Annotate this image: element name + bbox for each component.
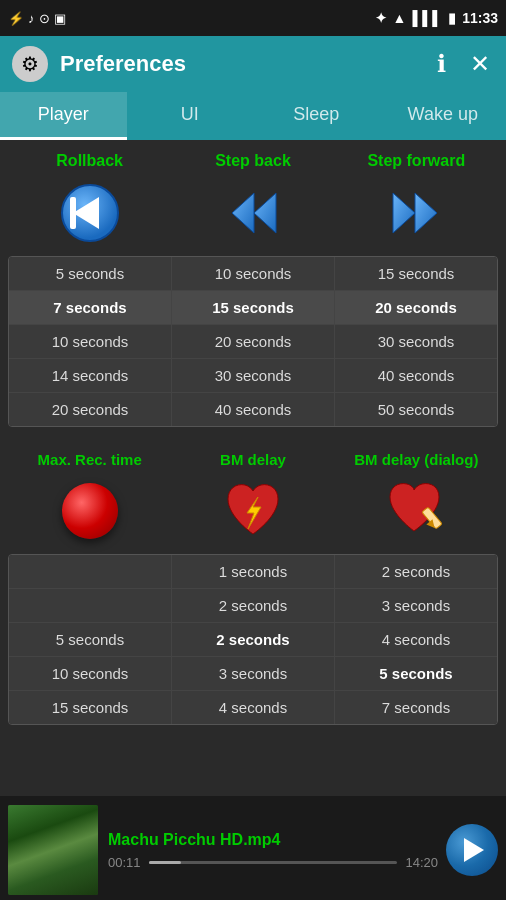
title-bar: ⚙ Preferences ℹ ✕ [0, 36, 506, 92]
bm-time-cell[interactable]: 7 seconds [335, 691, 497, 724]
page-title: Preferences [60, 51, 433, 77]
player-thumbnail [8, 805, 98, 895]
time-cell[interactable]: 40 seconds [335, 359, 497, 392]
time-cell[interactable]: 30 seconds [172, 359, 335, 392]
tab-sleep[interactable]: Sleep [253, 92, 380, 140]
time-cell[interactable]: 20 seconds [9, 393, 172, 426]
bm-icon-row [8, 476, 498, 546]
svg-marker-6 [415, 193, 437, 233]
time-cell-selected[interactable]: 15 seconds [172, 291, 335, 324]
time-cell[interactable]: 14 seconds [9, 359, 172, 392]
clock-icon: ⊙ [39, 11, 50, 26]
time-cell[interactable]: 20 seconds [172, 325, 335, 358]
rollback-label: Rollback [9, 152, 171, 170]
table-row[interactable]: — 2 seconds 3 seconds [9, 589, 497, 623]
bm-time-cell[interactable]: 15 seconds [9, 691, 172, 724]
player-current-time: 00:11 [108, 855, 141, 870]
bm-time-cell[interactable]: — [9, 555, 172, 588]
time-display: 11:33 [462, 10, 498, 26]
bm-time-cell[interactable]: 4 seconds [335, 623, 497, 656]
player-info: Machu Picchu HD.mp4 00:11 14:20 [108, 831, 438, 870]
bm-section: Max. Rec. time BM delay BM delay (dialog… [0, 439, 506, 737]
stepback-icon [218, 178, 288, 248]
usb-icon: ⚡ [8, 11, 24, 26]
main-content: Rollback Step back Step forward [0, 140, 506, 796]
table-row[interactable]: — 1 seconds 2 seconds [9, 555, 497, 589]
svg-marker-3 [232, 193, 254, 233]
table-row[interactable]: 5 seconds 2 seconds 4 seconds [9, 623, 497, 657]
sim-icon: ▣ [54, 11, 66, 26]
tab-wakeup[interactable]: Wake up [380, 92, 507, 140]
time-cell[interactable]: 5 seconds [9, 257, 172, 290]
info-button[interactable]: ℹ [433, 46, 450, 82]
time-cell[interactable]: 50 seconds [335, 393, 497, 426]
maxrec-label: Max. Rec. time [9, 451, 171, 468]
rollback-icon [55, 178, 125, 248]
stepback-label: Step back [172, 152, 334, 170]
time-cell[interactable]: 10 seconds [172, 257, 335, 290]
rollback-section: Rollback Step back Step forward [0, 140, 506, 439]
status-icons-left: ⚡ ♪ ⊙ ▣ [8, 11, 66, 26]
time-cell[interactable]: 15 seconds [335, 257, 497, 290]
bm-headers: Max. Rec. time BM delay BM delay (dialog… [8, 451, 498, 468]
battery-icon: ▮ [448, 10, 456, 26]
tab-ui[interactable]: UI [127, 92, 254, 140]
bm-time-cell[interactable]: 2 seconds [172, 589, 335, 622]
heart-lightning-icon [172, 476, 334, 546]
stepforward-label: Step forward [335, 152, 497, 170]
bm-time-cell[interactable]: 3 seconds [335, 589, 497, 622]
player-progress-fill [149, 861, 181, 864]
signal-icon: ▌▌▌ [412, 10, 442, 26]
time-cell[interactable]: 40 seconds [172, 393, 335, 426]
rollback-headers: Rollback Step back Step forward [8, 152, 498, 170]
bm-time-cell[interactable]: 4 seconds [172, 691, 335, 724]
status-right: ✦ ▲ ▌▌▌ ▮ 11:33 [375, 10, 498, 26]
player-times: 00:11 14:20 [108, 855, 438, 870]
bm-time-grid: — 1 seconds 2 seconds — 2 seconds 3 seco… [8, 554, 498, 725]
time-cell-selected[interactable]: 7 seconds [9, 291, 172, 324]
svg-marker-4 [254, 193, 276, 233]
record-circle [62, 483, 118, 539]
time-cell[interactable]: 30 seconds [335, 325, 497, 358]
gear-icon: ⚙ [12, 46, 48, 82]
bm-time-cell-selected[interactable]: 2 seconds [172, 623, 335, 656]
nav-icon-row [8, 178, 498, 248]
heart-pencil-icon [335, 476, 497, 546]
tab-bar: Player UI Sleep Wake up [0, 92, 506, 140]
svg-marker-5 [393, 193, 415, 233]
title-actions: ℹ ✕ [433, 46, 494, 82]
play-icon [464, 838, 484, 862]
bm-time-cell-selected[interactable]: 5 seconds [335, 657, 497, 690]
player-total-time: 14:20 [405, 855, 438, 870]
red-record-icon [9, 476, 171, 546]
bm-time-cell[interactable]: — [9, 589, 172, 622]
music-icon: ♪ [28, 11, 35, 26]
time-cell-selected[interactable]: 20 seconds [335, 291, 497, 324]
player-progress-bar[interactable] [149, 861, 398, 864]
bluetooth-icon: ✦ [375, 10, 387, 26]
bm-time-cell[interactable]: 10 seconds [9, 657, 172, 690]
time-cell[interactable]: 10 seconds [9, 325, 172, 358]
time-options-grid: 5 seconds 10 seconds 15 seconds 7 second… [8, 256, 498, 427]
tab-player[interactable]: Player [0, 92, 127, 140]
bm-time-cell[interactable]: 1 seconds [172, 555, 335, 588]
table-row[interactable]: 7 seconds 15 seconds 20 seconds [9, 291, 497, 325]
table-row[interactable]: 10 seconds 20 seconds 30 seconds [9, 325, 497, 359]
player-title: Machu Picchu HD.mp4 [108, 831, 438, 849]
close-button[interactable]: ✕ [466, 46, 494, 82]
table-row[interactable]: 15 seconds 4 seconds 7 seconds [9, 691, 497, 724]
wifi-icon: ▲ [393, 10, 407, 26]
table-row[interactable]: 10 seconds 3 seconds 5 seconds [9, 657, 497, 691]
bm-time-cell[interactable]: 5 seconds [9, 623, 172, 656]
table-row[interactable]: 14 seconds 30 seconds 40 seconds [9, 359, 497, 393]
stepforward-icon [381, 178, 451, 248]
table-row[interactable]: 20 seconds 40 seconds 50 seconds [9, 393, 497, 426]
bmdelay-label: BM delay [172, 451, 334, 468]
play-button[interactable] [446, 824, 498, 876]
bm-time-cell[interactable]: 2 seconds [335, 555, 497, 588]
bmdelay-dialog-label: BM delay (dialog) [335, 451, 497, 468]
svg-rect-2 [70, 197, 76, 229]
table-row[interactable]: 5 seconds 10 seconds 15 seconds [9, 257, 497, 291]
status-bar: ⚡ ♪ ⊙ ▣ ✦ ▲ ▌▌▌ ▮ 11:33 [0, 0, 506, 36]
bm-time-cell[interactable]: 3 seconds [172, 657, 335, 690]
